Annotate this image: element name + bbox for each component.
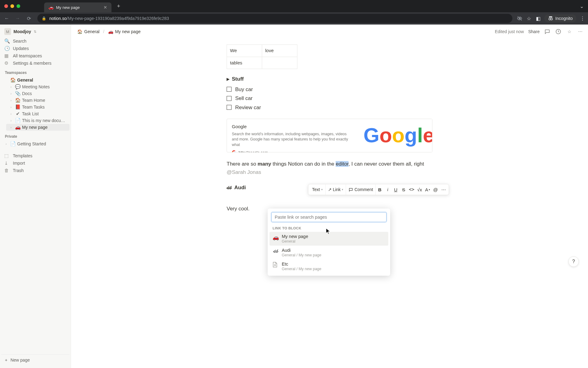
chevron-right-icon[interactable]: ›	[9, 85, 13, 89]
main: 🏠 General / 🚗 My new page Edited just no…	[71, 25, 588, 368]
breadcrumb-root[interactable]: 🏠 General	[75, 29, 101, 35]
code-button[interactable]: <>	[408, 184, 416, 195]
tree-item-meeting-notes[interactable]: › 💬 Meeting Notes	[6, 83, 70, 90]
italic-button[interactable]: i	[384, 184, 392, 195]
table-cell[interactable]	[262, 57, 297, 69]
link-button[interactable]: ↗ Link ▾	[326, 184, 346, 195]
reload-button[interactable]: ⟳	[24, 14, 33, 23]
web-bookmark-block[interactable]: Google Search the world's information, i…	[227, 119, 432, 152]
settings-button[interactable]: ⚙ Settings & members	[1, 59, 70, 67]
tree-item-new-document[interactable]: › 📄 This is my new document	[6, 117, 70, 124]
more-menu-icon[interactable]: ⋯	[577, 28, 584, 35]
chevron-right-icon[interactable]: ›	[9, 92, 13, 95]
close-window-button[interactable]	[4, 4, 8, 8]
share-button[interactable]: Share	[528, 29, 540, 34]
close-tab-button[interactable]: ✕	[104, 5, 107, 10]
more-options-button[interactable]: ⋯	[439, 184, 447, 195]
page-icon: 📄	[10, 141, 16, 147]
minimize-window-button[interactable]	[10, 4, 14, 8]
workspace-name: Moodjoy	[13, 29, 31, 34]
new-tab-button[interactable]: +	[117, 3, 120, 10]
sidebar-item-label: Updates	[13, 46, 29, 51]
favorite-star-icon[interactable]: ☆	[566, 28, 573, 35]
mention-button[interactable]: @	[432, 184, 439, 195]
browser-menu-icon[interactable]: ⋮	[579, 15, 586, 21]
updates-button[interactable]: 🕓 Updates	[1, 45, 70, 52]
page-icon: 🚗	[108, 29, 113, 34]
user-mention[interactable]: @Sarah Jonas	[227, 169, 261, 175]
table-cell[interactable]: tables	[227, 57, 262, 69]
link-result-item[interactable]: Etc General / My new page	[270, 259, 388, 273]
plus-icon: +	[5, 358, 7, 362]
browser-tab[interactable]: 🚗 My new page ✕	[44, 2, 111, 12]
extensions-icon[interactable]: ◧	[535, 15, 541, 21]
breadcrumb-page[interactable]: 🚗 My new page	[106, 29, 142, 35]
tree-item-general[interactable]: 🏠 General	[1, 77, 70, 83]
help-button[interactable]: ?	[568, 256, 579, 267]
link-result-item[interactable]: 🚗 My new page General	[270, 232, 388, 246]
tab-favicon: 🚗	[48, 5, 54, 10]
workspace-switcher[interactable]: M Moodjoy ⇅	[1, 27, 70, 36]
todo-item[interactable]: Buy car	[227, 86, 432, 94]
toggle-triangle-icon[interactable]: ▶	[227, 76, 229, 82]
text-style-dropdown[interactable]: Text ▾	[310, 184, 326, 195]
forward-button[interactable]: →	[13, 14, 22, 23]
checkbox[interactable]	[227, 96, 232, 101]
back-button[interactable]: ←	[2, 14, 11, 23]
text-block[interactable]: There are so many things Notion can do i…	[227, 160, 432, 176]
link-result-item[interactable]: 🏎 Audi General / My new page	[270, 246, 388, 259]
underline-button[interactable]: U	[392, 184, 400, 195]
tree-item-docs[interactable]: › 📎 Docs	[6, 90, 70, 97]
text-selection: editor	[336, 161, 349, 167]
tree-item-team-tasks[interactable]: › 📕 Team Tasks	[6, 104, 70, 110]
tabs-chevron-icon[interactable]: ⌄	[580, 3, 584, 9]
subpage-icon: 🏎	[227, 184, 232, 192]
todo-item[interactable]: Sell car	[227, 94, 432, 102]
checkbox[interactable]	[227, 105, 232, 110]
search-button[interactable]: 🔍 Search	[1, 37, 70, 45]
equation-button[interactable]: √x	[416, 184, 424, 195]
chevron-right-icon[interactable]: ›	[9, 119, 13, 122]
text-color-button[interactable]: A▾	[424, 184, 432, 195]
table-cell[interactable]: We	[227, 45, 262, 57]
browser-toolbar: ← → ⟳ 🔒 notion.so/My-new-page-193190a823…	[0, 12, 588, 25]
todo-item[interactable]: Review car	[227, 104, 432, 112]
address-bar[interactable]: 🔒 notion.so/My-new-page-193190a8239a4f9d…	[37, 14, 512, 23]
tree-item-team-home[interactable]: › 🏠 Team Home	[6, 97, 70, 104]
strikethrough-button[interactable]: S	[400, 184, 408, 195]
comment-button[interactable]: Comment	[346, 184, 376, 195]
table-cell[interactable]: love	[262, 45, 297, 57]
eye-off-icon[interactable]	[517, 15, 523, 21]
tree-item-task-list[interactable]: › ✔ Task List	[6, 110, 70, 117]
chevron-right-icon[interactable]: ›	[4, 142, 9, 146]
bold-button[interactable]: B	[376, 184, 384, 195]
import-button[interactable]: ⤓ Import	[1, 159, 70, 167]
incognito-badge[interactable]: Incognito	[544, 14, 576, 22]
chevron-right-icon[interactable]: ›	[9, 112, 13, 116]
page-icon: 🏠	[15, 98, 21, 103]
updates-clock-icon[interactable]	[555, 28, 562, 35]
toggle-block[interactable]: ▶ Stuff	[227, 75, 432, 83]
comments-icon[interactable]	[544, 28, 551, 35]
tree-label: Docs	[22, 91, 68, 96]
bookmark-star-icon[interactable]: ☆	[526, 15, 532, 21]
maximize-window-button[interactable]	[17, 4, 20, 8]
chevron-right-icon[interactable]: ›	[9, 99, 13, 102]
link-search-input[interactable]	[271, 212, 386, 222]
link-popup: LINK TO BLOCK 🚗 My new page General 🏎 Au…	[268, 209, 390, 276]
new-page-button[interactable]: + New page	[1, 354, 70, 366]
all-teamspaces-button[interactable]: ▦ All teamspaces	[1, 52, 70, 59]
tree-label: Team Tasks	[22, 105, 68, 109]
trash-button[interactable]: 🗑 Trash	[1, 167, 70, 174]
tree-item-my-new-page[interactable]: › 🚗 My new page	[6, 124, 70, 131]
tree-label: General	[17, 78, 68, 82]
tree-item-getting-started[interactable]: › 📄 Getting Started	[1, 140, 70, 147]
chevron-right-icon[interactable]: ›	[9, 126, 13, 129]
checkbox[interactable]	[227, 87, 232, 92]
bookmark-url-text: http://google.com	[239, 150, 268, 152]
chevron-right-icon[interactable]: ›	[9, 105, 13, 109]
section-teamspaces-label: Teamspaces	[1, 67, 70, 77]
content-table[interactable]: We love tables	[227, 44, 297, 69]
templates-button[interactable]: ⬚ Templates	[1, 152, 70, 159]
breadcrumb-separator: /	[103, 29, 104, 34]
